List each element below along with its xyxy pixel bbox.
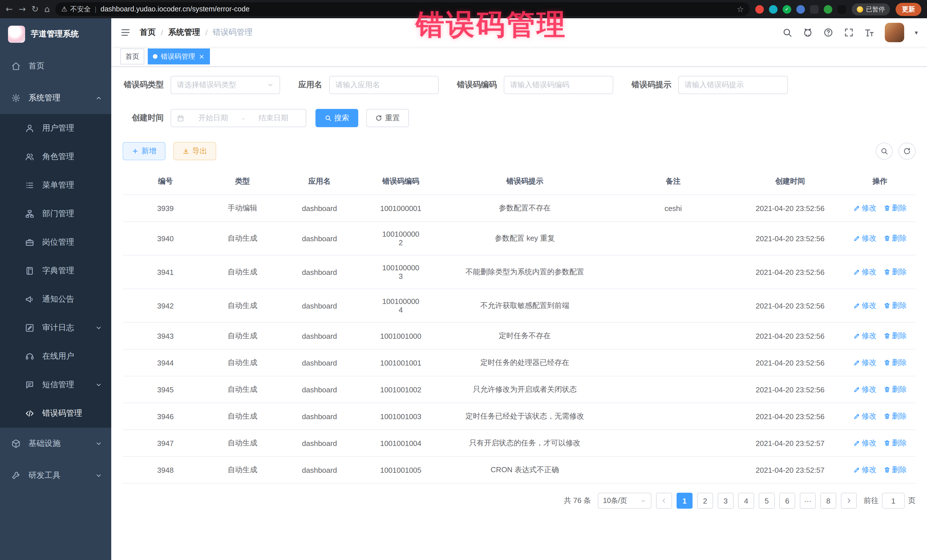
cell-id: 3947 [123,430,208,457]
help-icon[interactable] [824,27,834,38]
cell-actions: 修改删除 [844,376,916,403]
sidebar-item-7[interactable]: 字典管理 [0,256,111,285]
extension-pin-icon[interactable] [837,5,846,14]
sidebar-item-1[interactable]: 系统管理 [0,82,111,114]
calendar-icon [177,114,184,122]
delete-link[interactable]: 删除 [883,465,907,475]
page-button-6[interactable]: 6 [779,493,795,509]
plus-icon [132,148,138,155]
delete-link[interactable]: 删除 [883,203,907,213]
sidebar-item-13[interactable]: 基础设施 [0,428,111,460]
sidebar-item-4[interactable]: 菜单管理 [0,171,111,200]
delete-link[interactable]: 删除 [883,411,907,422]
sidebar-item-0[interactable]: 首页 [0,50,111,82]
back-icon[interactable]: ← [6,5,13,14]
sidebar-item-12[interactable]: 错误码管理 [0,399,111,428]
toggle-search-button[interactable] [876,143,893,160]
sidebar-item-6[interactable]: 岗位管理 [0,228,111,256]
forward-icon[interactable]: → [18,5,26,14]
add-button[interactable]: 新增 [123,142,166,160]
page-button-3[interactable]: 3 [718,493,734,509]
address-bar[interactable]: ⚠ 不安全 | dashboard.yudao.iocoder.cn/syste… [56,2,749,16]
delete-link[interactable]: 删除 [883,331,907,341]
extension-blue-icon[interactable] [796,5,805,14]
next-page-button[interactable] [841,493,857,509]
error-message-input[interactable]: 请输入错误码提示 [678,76,788,94]
sidebar-item-2[interactable]: 用户管理 [0,114,111,143]
avatar-caret-icon[interactable]: ▾ [915,29,918,36]
users-icon [25,152,34,161]
edit-link[interactable]: 修改 [853,267,877,277]
edit-link[interactable]: 修改 [853,465,877,475]
page-button-8[interactable]: 8 [820,493,836,509]
reload-icon[interactable]: ↻ [31,5,38,14]
error-type-select[interactable]: 请选择错误码类型 [170,76,280,94]
page-size-select[interactable]: 10条/页 [598,493,652,509]
bookmark-star-icon[interactable]: ☆ [737,5,744,14]
sidebar-item-9[interactable]: 审计日志 [0,314,111,342]
sidebar-item-10[interactable]: 在线用户 [0,342,111,371]
refresh-table-button[interactable] [898,143,916,160]
sidebar-item-label: 审计日志 [42,323,74,333]
sidebar-item-5[interactable]: 部门管理 [0,200,111,228]
tab-error-code[interactable]: 错误码管理 [148,49,210,64]
delete-link[interactable]: 删除 [883,300,907,311]
cell-code: 1001001005 [362,457,439,483]
breadcrumb-home[interactable]: 首页 [140,27,156,38]
fullscreen-icon[interactable] [844,27,854,38]
page-ellipsis[interactable]: ··· [800,493,816,509]
page-button-2[interactable]: 2 [697,493,713,509]
prev-page-button[interactable] [656,493,672,509]
delete-link[interactable]: 删除 [883,358,907,368]
breadcrumb-system[interactable]: 系统管理 [168,27,200,38]
warning-icon: ⚠ [61,5,68,13]
cell-created: 2021-04-20 23:52:56 [736,195,844,222]
page-button-4[interactable]: 4 [738,493,754,509]
app-name-input[interactable]: 请输入应用名 [329,76,439,94]
export-button[interactable]: 导出 [173,142,216,160]
url-divider: | [95,5,96,13]
delete-link[interactable]: 删除 [883,233,907,243]
delete-label: 删除 [892,203,907,213]
tab-home[interactable]: 首页 [120,49,144,64]
goto-page-input[interactable]: 1 [882,493,905,509]
edit-link[interactable]: 修改 [853,384,877,395]
date-range-picker[interactable]: 开始日期 - 结束日期 [170,109,306,127]
sidebar-logo[interactable]: 芋道管理系统 [0,18,111,50]
search-icon[interactable] [783,27,793,38]
extension-dark-icon[interactable] [810,5,819,14]
sidebar-item-8[interactable]: 通知公告 [0,285,111,314]
edit-link[interactable]: 修改 [853,233,877,243]
extension-red-icon[interactable] [755,5,764,14]
search-button[interactable]: 搜索 [316,109,358,127]
user-avatar[interactable] [885,23,904,42]
edit-link[interactable]: 修改 [853,300,877,311]
sidebar-item-3[interactable]: 角色管理 [0,143,111,171]
home-chrome-icon[interactable]: ⌂ [44,5,50,14]
edit-link[interactable]: 修改 [853,438,877,448]
sidebar-item-11[interactable]: 短信管理 [0,371,111,399]
extension-green-check-icon[interactable]: ✓ [783,5,791,14]
extension-leaf-icon[interactable] [824,5,832,14]
github-icon[interactable] [803,27,813,38]
update-button[interactable]: 更新 [896,3,921,16]
delete-link[interactable]: 删除 [883,438,907,448]
edit-link[interactable]: 修改 [853,203,877,213]
edit-link[interactable]: 修改 [853,411,877,422]
sidebar-item-14[interactable]: 研发工具 [0,460,111,492]
font-size-icon[interactable] [865,27,875,38]
edit-link[interactable]: 修改 [853,331,877,341]
extension-teal-icon[interactable] [769,5,778,14]
delete-link[interactable]: 删除 [883,384,907,395]
edit-link[interactable]: 修改 [853,358,877,368]
tab-close-icon[interactable] [199,53,205,59]
security-chip[interactable]: ⚠ 不安全 [61,4,91,14]
delete-link[interactable]: 删除 [883,267,907,277]
url-text[interactable]: dashboard.yudao.iocoder.cn/system/error-… [100,5,733,13]
hamburger-icon[interactable] [120,27,131,38]
paused-badge[interactable]: 已暂停 [852,3,890,15]
error-code-input[interactable]: 请输入错误码编码 [504,76,613,94]
reset-button[interactable]: 重置 [366,109,409,127]
page-button-5[interactable]: 5 [759,493,775,509]
page-button-1[interactable]: 1 [676,493,693,509]
